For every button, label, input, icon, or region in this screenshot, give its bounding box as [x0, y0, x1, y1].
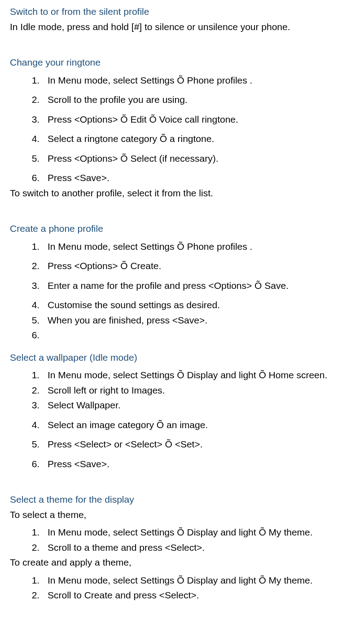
section-heading-wallpaper: Select a wallpaper (Idle mode)	[10, 350, 354, 365]
list-item: Scroll to the profile you are using.	[42, 93, 354, 107]
list-item: In Menu mode, select Settings Õ Display …	[42, 573, 354, 588]
list-item	[42, 328, 354, 342]
list-item: Customise the sound settings as desired.	[42, 298, 354, 312]
list-item: Select a ringtone category Õ a ringtone.	[42, 132, 354, 146]
list-item: In Menu mode, select Settings Õ Display …	[42, 368, 354, 382]
list-item: In Menu mode, select Settings Õ Display …	[42, 525, 354, 540]
steps-list-theme-1: In Menu mode, select Settings Õ Display …	[10, 525, 354, 554]
spacer	[10, 472, 354, 484]
list-item: Scroll to a theme and press <Select>.	[42, 540, 354, 555]
list-item: Enter a name for the profile and press <…	[42, 279, 354, 293]
section-heading-theme: Select a theme for the display	[10, 492, 354, 507]
body-text-silent: In Idle mode, press and hold [#] to sile…	[10, 20, 354, 34]
list-item: Scroll left or right to Images.	[42, 383, 354, 398]
section-heading-create-profile: Create a phone profile	[10, 221, 354, 236]
body-text-theme-intro2: To create and apply a theme,	[10, 555, 354, 570]
body-text-ringtone-after: To switch to another profile, select it …	[10, 186, 354, 200]
steps-list-theme-2: In Menu mode, select Settings Õ Display …	[10, 573, 354, 602]
list-item: Scroll to Create and press <Select>.	[42, 588, 354, 602]
section-heading-silent: Switch to or from the silent profile	[10, 4, 354, 19]
spacer	[10, 201, 354, 213]
list-item: In Menu mode, select Settings Õ Phone pr…	[42, 73, 354, 88]
list-item: Press <Options> Õ Create.	[42, 259, 354, 273]
section-heading-ringtone: Change your ringtone	[10, 55, 354, 70]
list-item: Select an image category Õ an image.	[42, 418, 354, 432]
list-item: Press <Save>.	[42, 457, 354, 471]
body-text-theme-intro1: To select a theme,	[10, 508, 354, 522]
list-item: When you are finished, press <Save>.	[42, 313, 354, 327]
list-item: In Menu mode, select Settings Õ Phone pr…	[42, 239, 354, 254]
list-item: Press <Options> Õ Select (if necessary).	[42, 151, 354, 166]
list-item: Press <Select> or <Select> Õ <Set>.	[42, 437, 354, 451]
steps-list-ringtone: In Menu mode, select Settings Õ Phone pr…	[10, 73, 354, 185]
steps-list-create-profile: In Menu mode, select Settings Õ Phone pr…	[10, 239, 354, 342]
list-item: Press <Options> Õ Edit Õ Voice call ring…	[42, 112, 354, 127]
list-item: Press <Save>.	[42, 171, 354, 185]
list-item: Select Wallpaper.	[42, 398, 354, 412]
steps-list-wallpaper: In Menu mode, select Settings Õ Display …	[10, 368, 354, 471]
spacer	[10, 35, 354, 47]
